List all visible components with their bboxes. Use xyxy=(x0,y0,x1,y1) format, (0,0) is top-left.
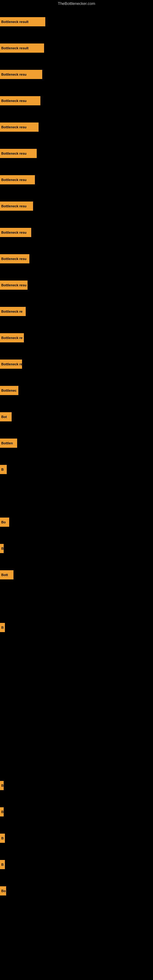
bottleneck-label: Bottleneck re xyxy=(1,362,22,366)
bottleneck-bar: B xyxy=(0,807,4,816)
bottleneck-bar: Bottleneck result xyxy=(0,43,44,52)
bottleneck-bar: Bottleneck resu xyxy=(0,123,38,132)
bottleneck-label: Bottleneck resu xyxy=(1,125,27,129)
bottleneck-label: Bottleneck resu xyxy=(1,99,27,103)
bottleneck-bar: B xyxy=(0,544,4,553)
site-title: TheBottlenecker.com xyxy=(0,0,153,7)
bottleneck-bar: Bottlenec xyxy=(0,386,18,395)
bottleneck-bar: Bot xyxy=(0,412,12,422)
bottleneck-bar: Bottleneck resu xyxy=(0,149,37,158)
bottleneck-bar: Bo xyxy=(0,886,6,896)
bottleneck-label: Bottleneck resu xyxy=(1,231,27,234)
bottleneck-bar: Bottleneck resu xyxy=(0,70,42,79)
bottleneck-bar: Bottleneck re xyxy=(0,360,22,369)
bottleneck-bar: Bo xyxy=(0,517,9,527)
bottleneck-bar: Bottleneck resu xyxy=(0,280,27,290)
bottleneck-bar: Bottlen xyxy=(0,439,17,448)
bottleneck-bar: Bottleneck re xyxy=(0,333,24,342)
bottleneck-label: Bottleneck re xyxy=(1,310,22,313)
bottleneck-bar: B xyxy=(0,860,5,869)
bottleneck-label: Bottleneck result xyxy=(1,46,29,50)
bottleneck-label: B xyxy=(1,468,4,471)
bottleneck-bar: Bottleneck resu xyxy=(0,254,29,263)
bottleneck-bar: B xyxy=(0,834,5,843)
bottleneck-bar: Bottleneck resu xyxy=(0,228,31,237)
bottleneck-bar: Bottleneck resu xyxy=(0,96,40,105)
bottleneck-label: Bottlen xyxy=(1,441,13,445)
bottleneck-bar: Bottleneck resu xyxy=(0,175,35,185)
bottleneck-label: Bo xyxy=(1,520,6,524)
bottleneck-label: Bottleneck resu xyxy=(1,283,27,287)
bottleneck-label: B xyxy=(1,863,4,866)
bottleneck-bar: Bottleneck resu xyxy=(0,202,33,211)
bottleneck-label: B xyxy=(1,810,4,814)
bottleneck-label: Bottleneck resu xyxy=(1,204,27,208)
bottleneck-label: B xyxy=(1,836,4,840)
bottleneck-bar: B xyxy=(0,781,4,790)
bottleneck-label: Bottleneck resu xyxy=(1,178,27,181)
bottleneck-bar: B xyxy=(0,465,7,474)
bottleneck-bar: Bottleneck result xyxy=(0,17,45,26)
bottleneck-label: B xyxy=(1,547,4,550)
bottleneck-label: Bottleneck resu xyxy=(1,257,27,261)
bottleneck-bar: Bott xyxy=(0,570,13,579)
bottleneck-label: Bottlenec xyxy=(1,389,16,392)
bottleneck-label: B xyxy=(1,784,4,788)
bottleneck-label: Bottleneck resu xyxy=(1,73,27,76)
bottleneck-label: Bottleneck re xyxy=(1,336,22,340)
bottleneck-label: Bott xyxy=(1,573,8,577)
bottleneck-label: Bot xyxy=(1,415,7,418)
bottleneck-bar: B xyxy=(0,623,5,632)
bottleneck-label: Bo xyxy=(1,889,6,893)
bottleneck-label: B xyxy=(1,626,4,629)
bottleneck-bar: Bottleneck re xyxy=(0,307,26,316)
bottleneck-label: Bottleneck result xyxy=(1,20,29,24)
bottleneck-label: Bottleneck resu xyxy=(1,151,27,155)
